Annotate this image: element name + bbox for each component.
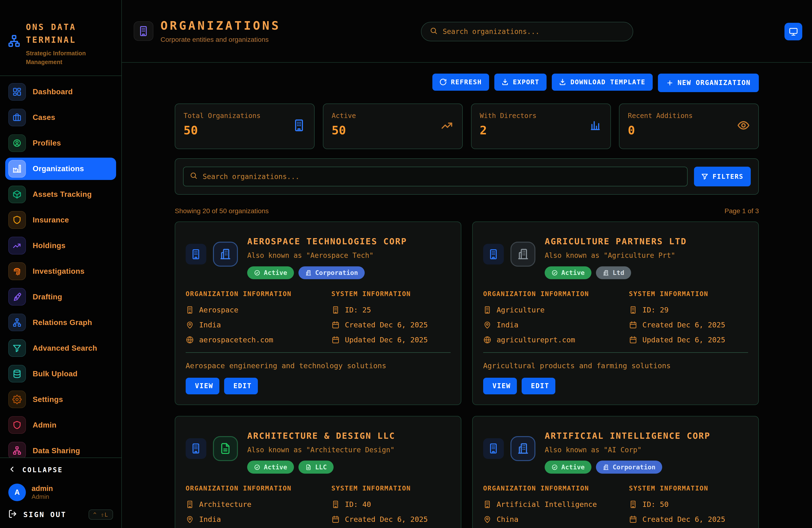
building-icon: [186, 306, 194, 314]
sidebar-item-drafting[interactable]: Drafting: [5, 286, 116, 308]
app-subtitle: Strategic Information Management: [26, 49, 114, 66]
sidebar-item-advanced-search[interactable]: Advanced Search: [5, 337, 116, 359]
refresh-icon: [439, 78, 447, 86]
download-template-button[interactable]: DOWNLOAD TEMPLATE: [552, 74, 653, 91]
hierarchy-icon: [8, 313, 26, 331]
org-card: ARCHITECTURE & DESIGN LLC Also known as …: [175, 416, 461, 528]
check-circle-icon: [552, 464, 558, 470]
building-icon: [331, 306, 340, 314]
type-badge-icon: [305, 464, 311, 470]
filter-panel: FILTERS: [175, 158, 759, 194]
type-badge-icon: [603, 270, 609, 276]
org-card: AEROSPACE TECHNOLOGIES CORP Also known a…: [175, 221, 461, 405]
check-circle-icon: [552, 270, 558, 276]
user-profile[interactable]: A admin Admin: [8, 484, 113, 501]
collapse-button[interactable]: COLLAPSE: [8, 465, 113, 475]
sign-out-icon: [8, 510, 17, 520]
status-badge: Active: [247, 266, 294, 279]
sys-info-header: SYSTEM INFORMATION: [331, 290, 451, 297]
refresh-button[interactable]: REFRESH: [432, 74, 489, 91]
org-type-icon: [510, 242, 535, 267]
sidebar-item-admin[interactable]: Admin: [5, 414, 116, 436]
stat-value: 50: [332, 123, 454, 137]
sidebar-item-label: Insurance: [32, 216, 69, 224]
filters-button[interactable]: FILTERS: [694, 167, 751, 186]
view-button[interactable]: VIEW: [186, 378, 219, 394]
org-type-icon: [510, 436, 535, 461]
sidebar-item-label: Bulk Upload: [32, 369, 77, 378]
org-grid: AEROSPACE TECHNOLOGIES CORP Also known a…: [175, 221, 759, 528]
database-icon: [8, 365, 26, 382]
org-info-header: ORGANIZATION INFORMATION: [186, 290, 326, 297]
status-badge: Active: [545, 266, 592, 279]
building-icon: [483, 244, 504, 264]
map-pin-icon: [186, 321, 194, 329]
edit-button[interactable]: EDIT: [224, 378, 258, 394]
sidebar-item-cases[interactable]: Cases: [5, 106, 116, 129]
hierarchy-icon: [8, 442, 26, 458]
sidebar-nav: DashboardCasesProfilesOrganizationsAsset…: [0, 76, 121, 458]
new-organization-button[interactable]: NEW ORGANIZATION: [658, 74, 759, 92]
list-search-input[interactable]: [203, 173, 681, 181]
sidebar-item-insurance[interactable]: Insurance: [5, 209, 116, 231]
stat-card-recent-additions: Recent Additions0: [619, 103, 759, 149]
map-pin-icon: [483, 515, 492, 524]
header-search-input[interactable]: [443, 28, 625, 35]
org-name: ARTIFICIAL INTELLIGENCE CORP: [545, 431, 710, 441]
sign-out-label: SIGN OUT: [23, 510, 67, 519]
sidebar-item-organizations[interactable]: Organizations: [5, 158, 116, 180]
type-badge: LLC: [299, 460, 333, 474]
collapse-label: COLLAPSE: [22, 466, 63, 474]
org-info-header: ORGANIZATION INFORMATION: [483, 485, 624, 492]
created-row: Created Dec 6, 2025: [331, 321, 451, 329]
avatar: A: [8, 484, 26, 501]
org-alias: Also known as "Architecture Design": [247, 446, 395, 454]
sidebar-item-bulk-upload[interactable]: Bulk Upload: [5, 363, 116, 385]
check-circle-icon: [254, 270, 260, 276]
building-icon: [186, 244, 206, 264]
bar-chart-icon: [589, 119, 602, 134]
view-button[interactable]: VIEW: [483, 378, 517, 394]
factory-icon: [8, 160, 26, 178]
sidebar-item-settings[interactable]: Settings: [5, 388, 116, 410]
display-mode-button[interactable]: [784, 23, 802, 40]
created-row: Created Dec 6, 2025: [331, 515, 451, 524]
sign-out-button[interactable]: SIGN OUT ^ ⇧L: [8, 510, 113, 520]
check-circle-icon: [254, 464, 260, 470]
sidebar-item-dashboard[interactable]: Dashboard: [5, 81, 116, 103]
sidebar-item-label: Organizations: [32, 164, 84, 173]
list-meta: Showing 20 of 50 organizations Page 1 of…: [175, 207, 759, 215]
org-info-header: ORGANIZATION INFORMATION: [186, 485, 326, 492]
header-search: [421, 22, 633, 42]
trend-icon: [8, 237, 26, 254]
sidebar-item-label: Cases: [32, 113, 55, 122]
sidebar-item-label: Investigations: [32, 267, 85, 276]
org-name: AEROSPACE TECHNOLOGIES CORP: [247, 236, 407, 246]
sidebar-item-holdings[interactable]: Holdings: [5, 235, 116, 257]
sys-info-header: SYSTEM INFORMATION: [629, 290, 748, 297]
org-description: Agricultural products and farming soluti…: [483, 362, 748, 370]
sidebar-item-data-sharing[interactable]: Data Sharing: [5, 439, 116, 458]
type-badge-icon: [305, 270, 311, 276]
sidebar-item-assets-tracking[interactable]: Assets Tracking: [5, 183, 116, 206]
building-icon: [629, 306, 637, 314]
id-row: ID: 50: [629, 500, 748, 509]
status-badge: Active: [247, 460, 294, 474]
stat-label: Active: [332, 112, 454, 120]
sidebar-item-relations-graph[interactable]: Relations Graph: [5, 311, 116, 334]
calendar-icon: [629, 336, 637, 344]
sidebar-item-profiles[interactable]: Profiles: [5, 132, 116, 154]
export-button[interactable]: EXPORT: [494, 74, 547, 91]
eye-icon: [737, 119, 750, 134]
cube-icon: [8, 186, 26, 203]
building-icon: [483, 500, 492, 509]
calendar-icon: [629, 515, 637, 524]
type-badge: Corporation: [596, 460, 662, 474]
stat-label: Recent Additions: [628, 112, 750, 120]
type-badge-icon: [603, 464, 609, 470]
id-row: ID: 29: [629, 306, 748, 314]
sidebar-item-investigations[interactable]: Investigations: [5, 260, 116, 282]
edit-button[interactable]: EDIT: [522, 378, 555, 394]
sidebar: ONS DATA TERMINAL Strategic Information …: [0, 0, 122, 528]
building-icon: [186, 500, 194, 509]
